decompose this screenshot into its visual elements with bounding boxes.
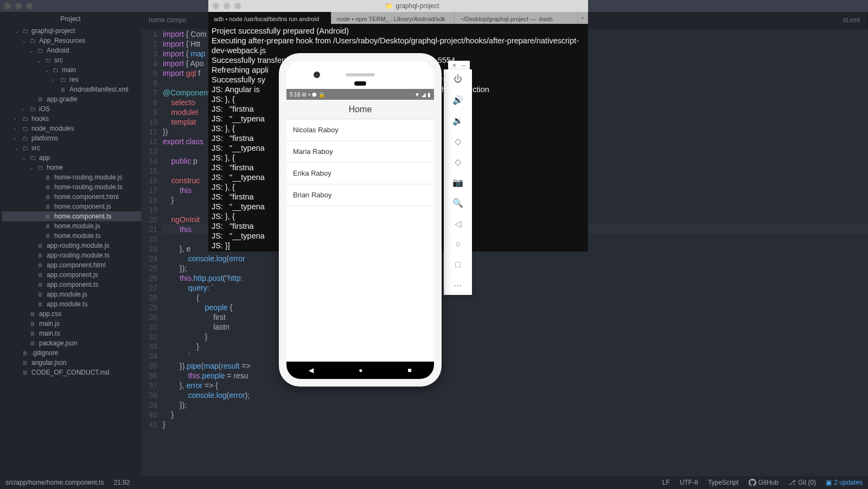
tree-file[interactable]: 🗎app.component.ts	[2, 280, 141, 289]
tree-folder[interactable]: ⌄🗀graphql-project	[2, 26, 141, 36]
tree-file[interactable]: 🗎main.ts	[2, 329, 141, 338]
tree-label: .gitignore	[31, 349, 58, 357]
tree-folder[interactable]: ›🗀iOS	[2, 104, 141, 114]
tree-file[interactable]: 🗎app.component.js	[2, 270, 141, 280]
tree-file[interactable]: 🗎angular.json	[2, 358, 141, 368]
folder-icon: 🗀	[51, 67, 60, 73]
list-item[interactable]: Maria Raboy	[286, 141, 434, 163]
android-nav-bar[interactable]: ◀ ● ■	[286, 362, 434, 379]
tree-file[interactable]: 🗎app-routing.module.ts	[2, 250, 141, 260]
tree-label: home.component.js	[54, 203, 111, 210]
android-emulator[interactable]: 5:16 ⚙ • ⬣ 🔒 ▼ ◢ ▮ Home Nicolas RaboyMar…	[279, 53, 471, 387]
tree-file[interactable]: 🗎package.json	[2, 338, 141, 348]
file-icon: 🗎	[21, 350, 29, 356]
tree-folder[interactable]: ⌄🗀src	[2, 55, 141, 65]
tree-file[interactable]: 🗎home-routing.module.ts	[2, 182, 141, 192]
folder-icon: 🗀	[21, 125, 29, 132]
status-cursor: 21:92	[113, 479, 130, 486]
tree-file[interactable]: 🗎app-routing.module.js	[2, 241, 141, 250]
tree-label: app.module.js	[47, 291, 87, 298]
tree-folder[interactable]: ›🗀res	[2, 75, 141, 85]
status-encoding[interactable]: UTF-8	[680, 479, 698, 486]
list-item[interactable]: Erika Raboy	[286, 163, 434, 184]
tree-label: home-routing.module.js	[54, 173, 122, 181]
terminal-tab[interactable]: node • npm TERM_...Library/Android/sdk	[331, 12, 455, 24]
tree-label: app.component.ts	[47, 281, 98, 288]
tree-label: src	[54, 56, 63, 64]
tree-file[interactable]: 🗎home.module.js	[2, 221, 141, 231]
chevron-icon: ›	[14, 116, 21, 122]
terminal-tab[interactable]: ~/Desktop/graphql-project — -bash	[455, 12, 578, 24]
status-lf[interactable]: LF	[662, 479, 670, 486]
list-item[interactable]: Nicolas Raboy	[286, 119, 434, 141]
folder-icon: 🗀	[28, 106, 37, 112]
tree-folder[interactable]: ›🗀node_modules	[2, 124, 141, 133]
tree-label: src	[31, 144, 40, 152]
tree-file[interactable]: 🗎home.component.ts	[2, 211, 141, 221]
tree-file[interactable]: 🗎.gitignore	[2, 348, 141, 358]
nav-home-icon[interactable]: ●	[359, 366, 362, 374]
tree-label: platforms	[31, 134, 58, 142]
tree-label: home.component.html	[54, 193, 119, 201]
file-icon: 🗎	[43, 223, 52, 229]
chevron-icon: ⌄	[44, 67, 51, 73]
tree-file[interactable]: 🗎app.gradle	[2, 94, 141, 104]
tree-label: app.module.ts	[47, 300, 87, 308]
tree-file[interactable]: 🗎home.component.js	[2, 202, 141, 211]
terminal-tabs[interactable]: adb • node /usr/local/bin/tns run androi…	[208, 12, 588, 24]
tree-file[interactable]: 🗎AndroidManifest.xml	[2, 85, 141, 94]
package-icon: ▣	[826, 479, 832, 486]
tree-folder[interactable]: ⌄🗀App_Resources	[2, 36, 141, 46]
lock-icon: 🔒	[318, 92, 325, 98]
tree-folder[interactable]: ⌄🗀home	[2, 163, 141, 172]
tree-label: AndroidManifest.xml	[69, 86, 129, 93]
tree-label: node_modules	[31, 125, 74, 132]
folder-icon: 🗀	[21, 135, 29, 141]
file-icon: 🗎	[59, 86, 67, 93]
tree-folder[interactable]: ⌄🗀main	[2, 65, 141, 75]
terminal-titlebar[interactable]: 📁graphql-project	[208, 0, 588, 12]
dot-icon: •	[308, 92, 310, 98]
list-item[interactable]: Brian Raboy	[286, 184, 434, 206]
tree-label: app.css	[39, 310, 61, 318]
tree-label: home.module.ts	[54, 232, 100, 240]
traffic-lights[interactable]	[213, 3, 241, 9]
editor-tab[interactable]: st.xml	[835, 12, 868, 29]
tree-label: app.gradle	[47, 95, 78, 103]
nav-overview-icon[interactable]: ■	[407, 366, 411, 374]
tree-folder[interactable]: ⌄🗀src	[2, 143, 141, 153]
tree-folder[interactable]: ›🗀platforms	[2, 133, 141, 143]
tree-label: main.ts	[39, 330, 60, 337]
tree-folder[interactable]: ⌄🗀Android	[2, 46, 141, 55]
add-tab-button[interactable]: +	[578, 12, 588, 24]
traffic-lights[interactable]	[4, 3, 33, 9]
terminal-tab[interactable]: adb • node /usr/local/bin/tns run androi…	[208, 12, 331, 24]
file-icon: 🗎	[43, 184, 52, 190]
file-icon: 🗎	[43, 213, 52, 220]
file-icon: 🗎	[43, 233, 52, 239]
tree-file[interactable]: 🗎app.component.html	[2, 260, 141, 270]
tree-folder[interactable]: ›🗀hooks	[2, 114, 141, 124]
status-github[interactable]: GitHub	[749, 479, 778, 486]
tree-folder[interactable]: ⌄🗀app	[2, 153, 141, 163]
tree-file[interactable]: 🗎main.js	[2, 319, 141, 329]
tree-file[interactable]: 🗎home.component.html	[2, 192, 141, 202]
chevron-icon: ⌄	[22, 38, 28, 44]
tree-file[interactable]: 🗎app.module.ts	[2, 299, 141, 309]
tree-file[interactable]: 🗎app.css	[2, 309, 141, 319]
tree-file[interactable]: 🗎home.module.ts	[2, 231, 141, 241]
folder-icon: 🗀	[21, 28, 29, 34]
bug-icon: ⬣	[312, 92, 317, 98]
status-updates[interactable]: ▣ 2 updates	[826, 479, 863, 486]
tree-file[interactable]: 🗎app.module.js	[2, 289, 141, 299]
tree-label: main.js	[39, 320, 60, 327]
tree-file[interactable]: 🗎home-routing.module.js	[2, 172, 141, 182]
editor-tab[interactable]: home.compo	[141, 12, 194, 29]
app-list[interactable]: Nicolas RaboyMaria RaboyErika RaboyBrian…	[286, 119, 434, 362]
tree-file[interactable]: 🗎CODE_OF_CONDUCT.md	[2, 368, 141, 377]
file-tree[interactable]: ⌄🗀graphql-project⌄🗀App_Resources⌄🗀Androi…	[0, 26, 141, 476]
nav-back-icon[interactable]: ◀	[309, 366, 314, 374]
status-git[interactable]: ⎇ Git (0)	[788, 479, 816, 486]
device-screen[interactable]: 5:16 ⚙ • ⬣ 🔒 ▼ ◢ ▮ Home Nicolas RaboyMar…	[286, 89, 434, 379]
status-language[interactable]: TypeScript	[708, 479, 739, 486]
